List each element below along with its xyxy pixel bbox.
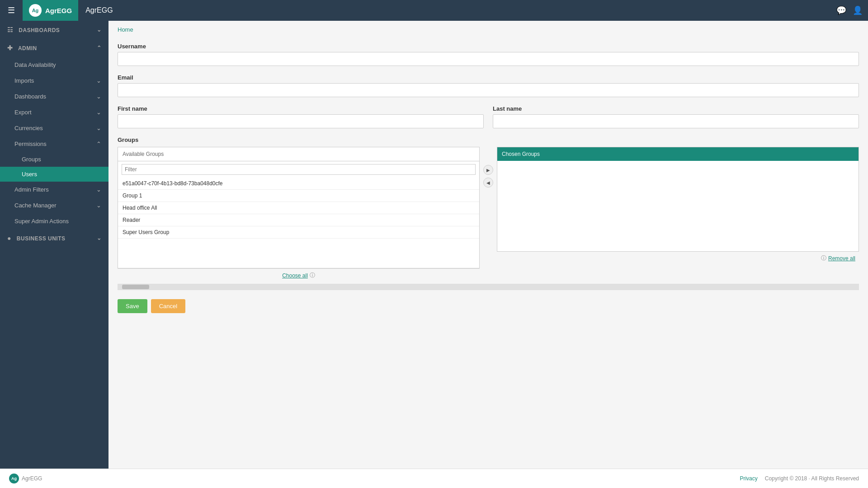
logo-icon: Ag [29, 4, 42, 17]
email-input[interactable] [118, 83, 859, 97]
footer: Ag AgrEGG Privacy Copyright © 2018 · All… [0, 469, 868, 488]
main-content: Home Username Email First name Last nam [108, 21, 868, 469]
last-name-input[interactable] [493, 114, 859, 128]
groups-section: Groups Available Groups e51a0047-c70f-4b… [118, 136, 859, 290]
sidebar-section-business-units[interactable]: ● BUSINESS UNITS ⌄ [0, 229, 108, 247]
footer-logo-icon: Ag [9, 474, 19, 483]
list-item[interactable]: e51a0047-c70f-4b13-bd8d-73ba048d0cfe [118, 178, 479, 190]
user-icon[interactable]: 👤 [853, 5, 863, 15]
email-label: Email [118, 74, 859, 81]
breadcrumb-home-link[interactable]: Home [118, 26, 133, 33]
scrollbar-thumb [122, 285, 149, 289]
app-body: ☷ DASHBOARDS ⌄ ✚ ADMIN ⌃ Data Availabili… [0, 21, 868, 469]
sidebar-item-admin-filters[interactable]: Admin Filters ⌄ [0, 182, 108, 197]
sidebar-item-imports[interactable]: Imports ⌄ [0, 73, 108, 89]
groups-scroll-area[interactable]: e51a0047-c70f-4b13-bd8d-73ba048d0cfeGrou… [118, 178, 479, 268]
move-right-button[interactable]: ▶ [483, 165, 493, 175]
topbar-right: 💬 👤 [836, 5, 868, 15]
list-item[interactable]: Reader [118, 214, 479, 226]
sidebar: ☷ DASHBOARDS ⌄ ✚ ADMIN ⌃ Data Availabili… [0, 21, 108, 469]
available-groups-panel: Available Groups e51a0047-c70f-4b13-bd8d… [118, 147, 480, 282]
footer-logo-text: AgrEGG [22, 475, 42, 482]
sidebar-item-export[interactable]: Export ⌄ [0, 104, 108, 120]
logo-text: AgrEGG [45, 7, 72, 14]
sidebar-item-groups[interactable]: Groups [0, 152, 108, 167]
groups-label: Groups [118, 136, 859, 143]
sidebar-item-permissions[interactable]: Permissions ⌃ [0, 136, 108, 152]
chevron-up-icon: ⌃ [96, 141, 101, 147]
footer-copyright: Copyright © 2018 · All Rights Reserved [765, 475, 859, 482]
username-group: Username [118, 43, 859, 66]
business-icon: ● [7, 235, 11, 242]
topbar-logo[interactable]: Ag AgrEGG [23, 0, 78, 21]
first-name-input[interactable] [118, 114, 484, 128]
chosen-groups-scroll[interactable] [497, 161, 859, 251]
choose-all-row: Choose all ⓘ [118, 268, 480, 282]
footer-privacy-link[interactable]: Privacy [740, 475, 757, 482]
sidebar-item-users[interactable]: Users [0, 167, 108, 182]
info-icon: ⓘ [310, 272, 315, 279]
available-groups-box: Available Groups e51a0047-c70f-4b13-bd8d… [118, 147, 480, 268]
remove-all-row: ⓘ Remove all [497, 252, 859, 265]
chevron-down-icon: ⌄ [97, 27, 102, 33]
first-name-group: First name [118, 105, 484, 128]
chevron-down-icon: ⌄ [96, 93, 101, 100]
chosen-groups-header: Chosen Groups [497, 147, 859, 161]
first-name-label: First name [118, 105, 484, 112]
sidebar-item-dashboards[interactable]: Dashboards ⌄ [0, 89, 108, 104]
available-groups-header: Available Groups [118, 147, 479, 161]
username-input[interactable] [118, 52, 859, 66]
sidebar-section-dashboards[interactable]: ☷ DASHBOARDS ⌄ [0, 21, 108, 39]
list-item[interactable]: Super Users Group [118, 226, 479, 239]
choose-all-button[interactable]: Choose all [282, 272, 308, 279]
move-left-button[interactable]: ◀ [483, 178, 493, 188]
list-item[interactable]: Group 1 [118, 190, 479, 202]
sidebar-item-data-availability[interactable]: Data Availability [0, 57, 108, 73]
name-row: First name Last name [118, 105, 859, 136]
footer-logo: Ag AgrEGG [9, 474, 42, 483]
app-title: AgrEGG [78, 6, 120, 14]
sidebar-item-super-admin-actions[interactable]: Super Admin Actions [0, 213, 108, 229]
remove-info-icon: ⓘ [821, 254, 826, 262]
form-container: Username Email First name Last name [108, 38, 868, 327]
list-item[interactable]: Head office All [118, 202, 479, 214]
save-button[interactable]: Save [118, 299, 147, 313]
chosen-groups-box: Chosen Groups [497, 147, 859, 252]
chevron-up-icon: ⌃ [97, 45, 102, 51]
available-groups-list: e51a0047-c70f-4b13-bd8d-73ba048d0cfeGrou… [118, 178, 479, 239]
email-group: Email [118, 74, 859, 97]
groups-container: Available Groups e51a0047-c70f-4b13-bd8d… [118, 147, 859, 282]
chosen-groups-panel: Chosen Groups ⓘ Remove all [497, 147, 859, 265]
horizontal-scrollbar[interactable] [118, 284, 859, 290]
action-buttons: Save Cancel [118, 299, 859, 313]
sidebar-item-cache-manager[interactable]: Cache Manager ⌄ [0, 197, 108, 213]
footer-right: Privacy Copyright © 2018 · All Rights Re… [740, 475, 859, 482]
admin-icon: ✚ [7, 44, 13, 52]
topbar: ☰ Ag AgrEGG AgrEGG 💬 👤 [0, 0, 868, 21]
groups-filter-input[interactable] [122, 164, 476, 175]
remove-all-button[interactable]: Remove all [828, 255, 855, 262]
last-name-group: Last name [493, 105, 859, 128]
chevron-down-icon: ⌄ [96, 202, 101, 209]
chevron-down-icon: ⌄ [96, 186, 101, 193]
sidebar-section-admin[interactable]: ✚ ADMIN ⌃ [0, 39, 108, 57]
groups-transfer-buttons: ▶ ◀ [480, 165, 497, 188]
cancel-button[interactable]: Cancel [151, 299, 185, 313]
dashboard-icon: ☷ [7, 26, 14, 33]
chevron-down-icon: ⌄ [97, 235, 102, 241]
username-label: Username [118, 43, 859, 50]
chevron-down-icon: ⌄ [96, 109, 101, 116]
breadcrumb: Home [108, 21, 868, 38]
last-name-label: Last name [493, 105, 859, 112]
chat-icon[interactable]: 💬 [836, 5, 846, 15]
chevron-down-icon: ⌄ [96, 125, 101, 131]
sidebar-item-currencies[interactable]: Currencies ⌄ [0, 120, 108, 136]
hamburger-button[interactable]: ☰ [0, 0, 23, 21]
chevron-down-icon: ⌄ [96, 77, 101, 84]
